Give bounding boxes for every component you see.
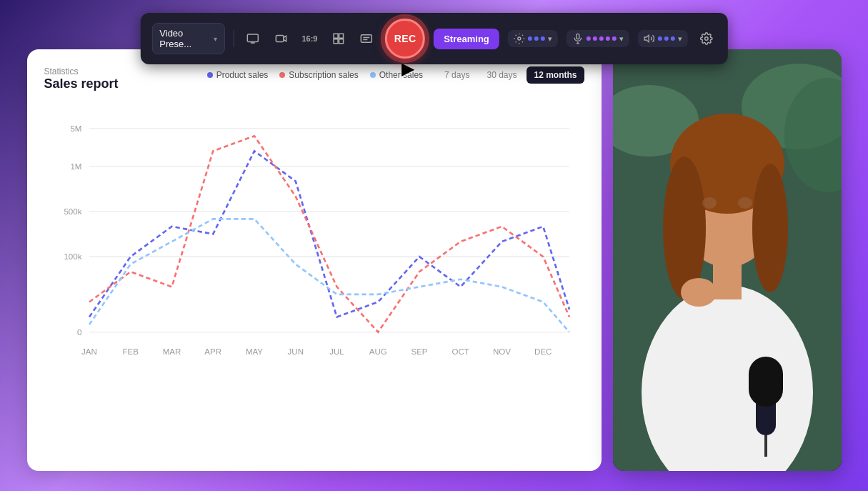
main-content: Statistics Sales report Product sales Su… xyxy=(27,49,842,471)
aspect-ratio-icon[interactable]: 16:9 xyxy=(300,27,320,50)
legend-subscription-sales: Subscription sales xyxy=(279,70,358,80)
chart-title-section: Statistics Sales report xyxy=(44,66,119,91)
svg-point-10 xyxy=(704,37,708,41)
dropdown-label: Video Prese... xyxy=(159,28,209,49)
mic-dropdown-chevron: ▾ xyxy=(619,34,624,44)
product-sales-dot xyxy=(207,72,213,78)
chart-controls: Product sales Subscription sales Other s… xyxy=(207,66,584,84)
svg-text:OCT: OCT xyxy=(452,347,469,356)
caption-icon[interactable] xyxy=(356,27,376,50)
svg-text:JAN: JAN xyxy=(81,347,97,356)
svg-text:500k: 500k xyxy=(64,207,81,215)
speaker-dropdown-chevron: ▾ xyxy=(678,34,682,44)
video-background xyxy=(613,49,842,471)
svg-text:1M: 1M xyxy=(70,162,81,170)
svg-text:0: 0 xyxy=(77,327,81,336)
rec-button[interactable]: REC xyxy=(385,19,425,59)
chart-header: Statistics Sales report Product sales Su… xyxy=(44,66,584,91)
subscription-sales-dot xyxy=(279,72,285,78)
filter-12months[interactable]: 12 months xyxy=(527,66,584,84)
legend-other-sales: Other sales xyxy=(370,70,423,80)
svg-text:NOV: NOV xyxy=(492,347,510,356)
camera-icon xyxy=(514,33,525,44)
separator-1 xyxy=(234,30,234,47)
svg-point-7 xyxy=(518,37,521,40)
screen-share-icon[interactable] xyxy=(243,27,263,50)
svg-text:FEB: FEB xyxy=(122,347,139,356)
svg-rect-6 xyxy=(361,35,372,43)
legend-product-sales: Product sales xyxy=(207,70,269,80)
svg-rect-2 xyxy=(334,34,338,38)
svg-text:JUL: JUL xyxy=(329,347,344,356)
chevron-down-icon: ▾ xyxy=(214,35,217,43)
svg-text:5M: 5M xyxy=(70,124,81,132)
layout-icon[interactable] xyxy=(328,27,348,50)
filter-30days[interactable]: 30 days xyxy=(479,66,524,84)
chart-title: Sales report xyxy=(44,76,119,91)
dropdown-chevron: ▾ xyxy=(548,34,552,44)
svg-point-40 xyxy=(752,164,788,292)
video-preset-dropdown[interactable]: Video Prese... ▾ xyxy=(151,23,225,54)
svg-rect-8 xyxy=(577,34,579,39)
svg-text:JUN: JUN xyxy=(287,347,303,356)
svg-marker-9 xyxy=(644,35,649,41)
outer-container: Video Prese... ▾ 16:9 xyxy=(0,0,868,491)
svg-text:100k: 100k xyxy=(64,252,81,261)
svg-text:AUG: AUG xyxy=(369,347,386,356)
speaker-control-group[interactable]: ▾ xyxy=(638,30,688,47)
svg-rect-42 xyxy=(713,257,742,299)
svg-rect-4 xyxy=(334,39,338,44)
video-feed xyxy=(613,49,842,471)
speaker-icon xyxy=(644,33,655,44)
product-sales-label: Product sales xyxy=(216,70,269,80)
svg-text:MAR: MAR xyxy=(162,347,181,356)
other-sales-dot xyxy=(370,72,376,78)
rec-button-wrapper: REC ▶ xyxy=(385,19,425,59)
svg-point-44 xyxy=(738,197,752,209)
svg-rect-5 xyxy=(339,39,343,44)
time-filters: 7 days 30 days 12 months xyxy=(437,66,584,84)
chart-legend: Product sales Subscription sales Other s… xyxy=(207,70,423,80)
subscription-sales-label: Subscription sales xyxy=(289,70,358,80)
svg-point-39 xyxy=(663,157,706,299)
video-panel xyxy=(613,49,842,471)
svg-point-48 xyxy=(681,278,717,307)
svg-rect-46 xyxy=(749,357,783,407)
svg-rect-0 xyxy=(247,34,258,42)
speaker-dots xyxy=(658,36,675,41)
chart-svg: 5M 1M 500k 100k 0 JAN FEB MAR APR xyxy=(44,106,584,377)
svg-text:DEC: DEC xyxy=(534,347,552,356)
rec-label: REC xyxy=(394,33,416,44)
settings-icon[interactable] xyxy=(697,27,717,50)
svg-rect-1 xyxy=(276,36,284,42)
mic-control-group[interactable]: ▾ xyxy=(567,30,629,47)
camera-control-group[interactable]: ▾ xyxy=(508,30,558,47)
svg-point-43 xyxy=(702,197,717,209)
svg-text:APR: APR xyxy=(204,347,221,356)
svg-rect-47 xyxy=(764,435,767,457)
streaming-button[interactable]: Streaming xyxy=(434,29,499,49)
statistics-label: Statistics xyxy=(44,66,119,76)
svg-rect-3 xyxy=(339,34,343,38)
cursor-icon: ▶ xyxy=(401,59,414,79)
svg-text:MAY: MAY xyxy=(245,347,262,356)
webcam-icon[interactable] xyxy=(271,27,291,50)
chart-area: 5M 1M 500k 100k 0 JAN FEB MAR APR xyxy=(44,106,584,377)
chart-panel: Statistics Sales report Product sales Su… xyxy=(27,49,602,471)
filter-7days[interactable]: 7 days xyxy=(437,66,477,84)
camera-dots xyxy=(528,36,545,41)
toolbar: Video Prese... ▾ 16:9 xyxy=(140,13,727,64)
mic-dots xyxy=(587,36,617,41)
mic-icon xyxy=(572,33,584,44)
svg-text:SEP: SEP xyxy=(411,347,427,356)
